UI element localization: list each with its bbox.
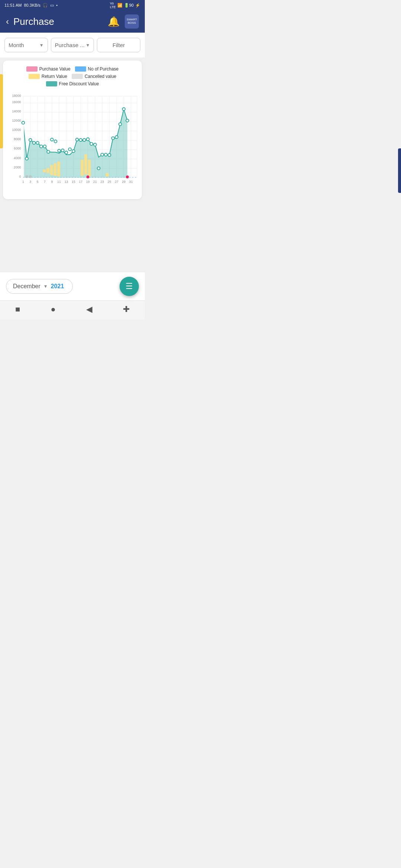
month-label: December	[13, 283, 40, 290]
svg-rect-41	[50, 165, 53, 175]
chart-svg: 0 2000 4000 6000 8000 10000 12000 14000 …	[6, 92, 139, 195]
svg-text:29: 29	[122, 180, 126, 184]
svg-point-62	[65, 151, 68, 154]
volte-icon: VoLTE	[110, 1, 116, 9]
fab-menu-icon: ☰	[125, 282, 133, 291]
svg-point-64	[72, 149, 75, 152]
svg-point-53	[33, 141, 36, 144]
svg-point-71	[97, 167, 100, 170]
svg-point-79	[126, 119, 129, 122]
filters-bar: Month ▼ Purchase ... ▼ Filter	[0, 33, 145, 57]
svg-text:10000: 10000	[12, 128, 21, 132]
filter-button[interactable]: Filter	[97, 38, 140, 52]
svg-rect-44	[81, 160, 84, 176]
chart-container: Purchase Value No of Purchase Return Val…	[3, 60, 142, 199]
header-left: ‹ Purchase	[6, 16, 54, 27]
status-bar: 11:51 AM 80.3KB/s 🎧 ▭ • VoLTE 📶 🔋90 ⚡	[0, 0, 145, 10]
smart-boss-logo[interactable]: SMARTBOSS	[125, 14, 139, 29]
back-button[interactable]: ‹	[6, 16, 9, 27]
date-chevron-icon: ▼	[43, 284, 48, 289]
svg-point-77	[119, 123, 122, 126]
purchase-chevron-icon: ▼	[85, 43, 90, 48]
legend-color-purchase-value	[26, 66, 38, 72]
legend-color-free-discount	[46, 81, 57, 86]
headphone-icon: 🎧	[43, 3, 48, 8]
legend-purchase-value: Purchase Value	[26, 66, 71, 72]
svg-point-54	[36, 141, 39, 144]
svg-rect-43	[57, 161, 60, 177]
svg-rect-47	[106, 173, 109, 177]
svg-point-60	[58, 149, 61, 152]
status-left: 11:51 AM 80.3KB/s 🎧 ▭ •	[4, 3, 58, 8]
nav-back-icon[interactable]: ◀	[86, 305, 92, 316]
legend-free-discount: Free Discount Value	[46, 81, 99, 86]
purchase-filter-button[interactable]: Purchase ... ▼	[51, 38, 94, 52]
svg-rect-40	[46, 168, 49, 173]
month-filter-button[interactable]: Month ▼	[4, 38, 48, 52]
svg-point-75	[111, 137, 114, 140]
svg-point-58	[50, 138, 53, 141]
legend-no-purchase: No of Purchase	[75, 66, 119, 72]
filter-label: Filter	[113, 42, 125, 48]
svg-point-65	[76, 138, 79, 141]
legend-color-cancelled-value	[72, 74, 83, 79]
page-title: Purchase	[13, 16, 54, 27]
nav-circle-icon[interactable]: ●	[50, 305, 55, 316]
svg-point-82	[126, 175, 129, 178]
left-accent-bar	[0, 74, 3, 148]
svg-point-69	[90, 142, 93, 145]
svg-text:6000: 6000	[14, 147, 21, 150]
svg-text:13: 13	[65, 180, 68, 184]
svg-text:3: 3	[29, 180, 31, 184]
content-spacer	[0, 202, 145, 269]
svg-text:17: 17	[79, 180, 82, 184]
svg-text:4000: 4000	[14, 156, 21, 160]
svg-point-72	[101, 153, 104, 156]
legend-return-value: Return Value	[29, 74, 67, 79]
year-label: 2021	[51, 283, 64, 290]
status-right: VoLTE 📶 🔋90 ⚡	[110, 1, 140, 9]
svg-text:14000: 14000	[12, 109, 21, 113]
svg-point-63	[68, 148, 71, 151]
fab-menu-button[interactable]: ☰	[120, 277, 139, 296]
svg-point-61	[61, 149, 64, 152]
svg-text:21: 21	[93, 180, 97, 184]
chart-legend: Purchase Value No of Purchase Return Val…	[6, 66, 139, 86]
svg-text:5: 5	[37, 180, 39, 184]
legend-label-free-discount: Free Discount Value	[59, 81, 99, 86]
signal-icon: 📶	[117, 3, 123, 8]
svg-point-59	[54, 140, 57, 143]
chart-area: 0 2000 4000 6000 8000 10000 12000 14000 …	[6, 92, 139, 195]
time-label: 11:51 AM	[4, 3, 22, 7]
nav-square-icon[interactable]: ■	[15, 305, 20, 316]
svg-text:16000: 16000	[12, 100, 21, 104]
svg-point-51	[25, 157, 28, 160]
svg-text:19: 19	[86, 180, 90, 184]
svg-rect-46	[88, 160, 91, 177]
svg-point-56	[43, 145, 46, 148]
svg-text:15: 15	[72, 180, 75, 184]
svg-text:25: 25	[108, 180, 111, 184]
svg-text:31: 31	[129, 180, 133, 184]
legend-label-return-value: Return Value	[42, 74, 67, 79]
svg-point-67	[83, 138, 86, 141]
dot-icon: •	[56, 3, 58, 7]
svg-point-68	[87, 138, 89, 141]
legend-color-no-purchase	[75, 66, 86, 72]
legend-label-purchase-value: Purchase Value	[39, 66, 71, 72]
legend-label-no-purchase: No of Purchase	[88, 66, 119, 72]
svg-text:1: 1	[22, 180, 24, 184]
svg-point-70	[94, 143, 97, 146]
nav-accessibility-icon[interactable]: ✚	[123, 305, 130, 316]
network-speed: 80.3KB/s	[24, 3, 40, 7]
svg-point-55	[40, 145, 43, 148]
svg-text:11: 11	[57, 180, 61, 184]
bottom-date-bar: December ▼ 2021 ☰	[0, 272, 145, 300]
header-icons: 🔔 SMARTBOSS	[108, 14, 139, 29]
date-selector-button[interactable]: December ▼ 2021	[6, 279, 73, 294]
notification-bell-icon[interactable]: 🔔	[108, 16, 120, 27]
battery-icon: 🔋90	[124, 3, 134, 8]
month-filter-label: Month	[9, 42, 24, 48]
svg-point-81	[87, 175, 89, 178]
month-chevron-icon: ▼	[39, 43, 44, 48]
